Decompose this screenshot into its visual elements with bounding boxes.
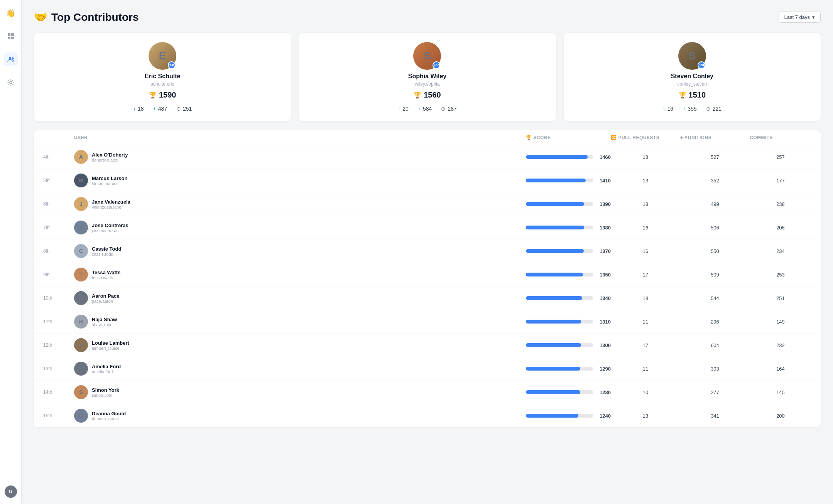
- score-number: 1300: [597, 342, 611, 348]
- sidebar-item-users[interactable]: [4, 52, 18, 66]
- score-bar-wrap: [526, 249, 593, 253]
- score-cell: 1240: [526, 413, 611, 419]
- sidebar-item-home[interactable]: 👋: [4, 6, 18, 20]
- score-value: 1560: [424, 91, 441, 99]
- user-avatar: J: [74, 221, 88, 234]
- score-value: 1510: [689, 91, 706, 99]
- score-number: 1310: [597, 319, 611, 325]
- score-cell: 1410: [526, 178, 611, 184]
- rank-cell: 5th: [43, 178, 74, 183]
- user-handle: valenzuela.jane: [92, 205, 130, 209]
- stat-additions: + 487: [153, 106, 167, 112]
- user-avatar: A: [74, 150, 88, 164]
- table-row: 11th R Raja Shaw shaw_raja 1310 11 296 1…: [34, 310, 821, 334]
- score-bar-wrap: [526, 320, 593, 324]
- commits-cell: 206: [750, 225, 811, 231]
- user-avatar: D: [74, 409, 88, 423]
- commits-cell: 232: [750, 342, 811, 348]
- user-info: Raja Shaw shaw_raja: [92, 317, 117, 327]
- additions-cell: 352: [680, 178, 750, 184]
- table-row: 6th J Jane Valenzuela valenzuela.jane 13…: [34, 192, 821, 216]
- page-title: 🤝 Top Contributors: [34, 11, 139, 24]
- user-info: Jose Contreras jose.contreras: [92, 223, 128, 233]
- time-filter-label: Last 7 days: [784, 14, 810, 20]
- user-cell: C Cassie Todd cassie.todd: [74, 244, 526, 258]
- user-handle: shaw_raja: [92, 322, 117, 327]
- score-bar: [526, 249, 584, 253]
- pr-icon: ↑: [398, 106, 400, 112]
- user-handle: larson.marcus: [92, 181, 127, 186]
- leaderboard-table: User 🏆 Score 🔀 Pull Requests + Additions…: [34, 130, 821, 427]
- top-card-user: S 2nd Sophia Wiley wiley.sophia: [408, 42, 446, 87]
- user-avatar: J: [74, 197, 88, 211]
- commits-cell: 238: [750, 201, 811, 207]
- additions-value: 355: [688, 106, 696, 112]
- pr-cell: 17: [611, 272, 680, 278]
- user-avatar[interactable]: U: [5, 485, 17, 498]
- table-row: 9th T Tessa Watts tessa.watts 1350 17 50…: [34, 263, 821, 287]
- table-row: 10th A Aaron Pace pace.aaron 1340 18 544…: [34, 287, 821, 310]
- additions-cell: 341: [680, 413, 750, 419]
- svg-rect-0: [8, 33, 10, 36]
- additions-cell: 296: [680, 319, 750, 325]
- stat-additions: + 584: [418, 106, 432, 112]
- user-name: Raja Shaw: [92, 317, 117, 322]
- stat-commits: ⊙ 287: [441, 106, 456, 112]
- score-cell: 1340: [526, 295, 611, 301]
- th-pr-label: Pull Requests: [618, 135, 659, 140]
- top-card-stats: ↑ 18 + 487 ⊙ 251: [133, 106, 192, 112]
- commits-icon: ⊙: [176, 106, 181, 112]
- commits-cell: 149: [750, 319, 811, 325]
- user-name: Marcus Larson: [92, 175, 127, 181]
- avatar-initials: U: [9, 489, 12, 494]
- table-row: 7th J Jose Contreras jose.contreras 1380…: [34, 216, 821, 239]
- score-bar-wrap: [526, 296, 593, 300]
- rank-badge: 3rd: [698, 61, 705, 69]
- sidebar-item-dashboard[interactable]: [4, 29, 18, 43]
- pr-value: 18: [138, 106, 144, 112]
- user-avatar: C: [74, 244, 88, 258]
- top-card-user: S 3rd Steven Conley conley_steven: [671, 42, 713, 87]
- rank-cell: 9th: [43, 272, 74, 277]
- user-cell: A Amelia Ford amelia.ford: [74, 362, 526, 376]
- score-bar: [526, 155, 588, 159]
- user-avatar: M: [74, 174, 88, 187]
- title-text: Top Contributors: [51, 11, 139, 24]
- user-name: Deanna Gould: [92, 411, 126, 416]
- trophy-icon: 🏆: [149, 91, 157, 99]
- user-name: Amelia Ford: [92, 364, 121, 369]
- th-commits-label: Commits: [750, 135, 773, 140]
- svg-point-5: [12, 57, 14, 59]
- score-number: 1370: [597, 248, 611, 254]
- user-handle: doherty.o.alex: [92, 158, 128, 162]
- score-number: 1460: [597, 154, 611, 160]
- commits-cell: 145: [750, 389, 811, 395]
- commits-cell: 200: [750, 413, 811, 419]
- score-cell: 1460: [526, 154, 611, 160]
- th-commits: Commits: [750, 135, 811, 140]
- additions-cell: 509: [680, 272, 750, 278]
- time-filter-button[interactable]: Last 7 days ▾: [779, 12, 821, 23]
- top-card-name: Eric Schulte: [145, 73, 180, 80]
- sidebar-item-settings[interactable]: [4, 76, 18, 89]
- user-avatar: S: [74, 385, 88, 399]
- pr-cell: 13: [611, 413, 680, 419]
- top-card-score: 🏆 1590: [149, 91, 176, 99]
- top-card-1: E 1st Eric Schulte schulte.eric 🏆 1590 ↑…: [34, 33, 291, 121]
- user-name: Cassie Todd: [92, 246, 121, 252]
- user-info: Deanna Gould deanna_gould: [92, 411, 126, 421]
- th-pr: 🔀 Pull Requests: [611, 135, 680, 140]
- pr-value: 16: [667, 106, 674, 112]
- avatar-wrap: S 2nd: [413, 42, 441, 70]
- table-row: 12th L Louise Lambert lambert_louise 130…: [34, 334, 821, 357]
- score-number: 1410: [597, 178, 611, 184]
- user-handle: simon.york: [92, 393, 119, 398]
- additions-icon: +: [418, 106, 421, 112]
- score-bar: [526, 320, 581, 324]
- pr-cell: 13: [611, 178, 680, 184]
- pr-cell: 16: [611, 225, 680, 231]
- top-card-stats: ↑ 16 + 355 ⊙ 221: [663, 106, 721, 112]
- additions-cell: 550: [680, 248, 750, 254]
- score-number: 1390: [597, 201, 611, 207]
- table-row: 15th D Deanna Gould deanna_gould 1240 13…: [34, 404, 821, 427]
